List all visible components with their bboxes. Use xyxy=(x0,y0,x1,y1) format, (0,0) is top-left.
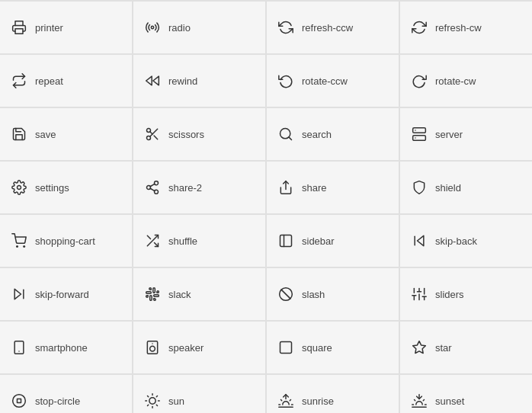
svg-marker-2 xyxy=(146,76,152,85)
rotate-ccw-label: rotate-ccw xyxy=(302,75,348,87)
radio-icon xyxy=(144,19,161,36)
printer-label: printer xyxy=(35,22,63,34)
sunset-icon xyxy=(411,392,428,409)
icon-cell-stop-circle[interactable]: stop-circle xyxy=(0,375,132,413)
refresh-ccw-icon xyxy=(277,19,294,36)
stop-circle-icon xyxy=(11,392,27,409)
svg-marker-3 xyxy=(153,76,159,85)
sliders-icon xyxy=(411,286,428,303)
icon-cell-shuffle[interactable]: shuffle xyxy=(133,215,265,267)
slack-icon xyxy=(144,286,161,303)
shopping-cart-icon xyxy=(11,232,27,249)
refresh-ccw-label: refresh-ccw xyxy=(302,22,353,34)
svg-line-66 xyxy=(290,400,290,401)
svg-line-34 xyxy=(281,290,290,299)
square-label: square xyxy=(302,342,332,354)
rotate-ccw-icon xyxy=(277,72,294,89)
repeat-label: repeat xyxy=(35,75,63,87)
icon-cell-share-2[interactable]: share-2 xyxy=(133,162,265,213)
icon-cell-rotate-cw[interactable]: rotate-cw xyxy=(400,55,532,107)
icon-cell-sunset[interactable]: sunset xyxy=(400,375,532,413)
sun-label: sun xyxy=(168,395,184,407)
sliders-label: sliders xyxy=(435,289,464,300)
svg-rect-12 xyxy=(413,136,426,141)
icon-cell-printer[interactable]: printer xyxy=(0,2,132,53)
icon-cell-sliders[interactable]: sliders xyxy=(400,268,532,320)
icon-cell-slack[interactable]: slack xyxy=(133,268,265,320)
svg-line-57 xyxy=(156,405,157,405)
search-icon xyxy=(277,126,294,142)
svg-marker-50 xyxy=(413,341,426,354)
icon-cell-speaker[interactable]: speaker xyxy=(133,322,265,373)
icon-cell-skip-back[interactable]: skip-back xyxy=(400,215,532,267)
shuffle-label: shuffle xyxy=(168,235,197,247)
svg-rect-52 xyxy=(18,399,21,403)
sunrise-icon xyxy=(277,392,294,409)
icon-cell-refresh-ccw[interactable]: refresh-ccw xyxy=(267,2,399,53)
svg-line-19 xyxy=(150,188,155,190)
svg-line-20 xyxy=(150,184,155,186)
icon-cell-smartphone[interactable]: smartphone xyxy=(0,322,132,373)
svg-point-1 xyxy=(151,26,153,28)
speaker-icon xyxy=(144,339,161,356)
icon-cell-radio[interactable]: radio xyxy=(133,2,265,53)
search-label: search xyxy=(302,129,332,140)
sunrise-label: sunrise xyxy=(302,395,334,407)
svg-point-23 xyxy=(24,246,25,248)
svg-rect-11 xyxy=(413,128,426,133)
icon-cell-repeat[interactable]: repeat xyxy=(0,55,132,107)
icon-grid: printer radio refresh-ccw refresh-cw rep… xyxy=(0,0,532,413)
icon-cell-shopping-cart[interactable]: shopping-cart xyxy=(0,215,132,267)
svg-line-8 xyxy=(150,132,152,134)
icon-cell-search[interactable]: search xyxy=(267,108,399,160)
icon-cell-sunrise[interactable]: sunrise xyxy=(267,375,399,413)
rotate-cw-icon xyxy=(411,72,428,89)
slack-label: slack xyxy=(168,289,191,300)
icon-cell-scissors[interactable]: scissors xyxy=(133,108,265,160)
slash-icon xyxy=(277,286,294,303)
refresh-cw-icon xyxy=(411,19,428,36)
settings-label: settings xyxy=(35,182,69,194)
rewind-label: rewind xyxy=(168,75,197,87)
icon-cell-rewind[interactable]: rewind xyxy=(133,55,265,107)
icon-cell-slash[interactable]: slash xyxy=(267,268,399,320)
skip-back-icon xyxy=(411,232,428,249)
printer-icon xyxy=(11,19,27,36)
icon-cell-refresh-cw[interactable]: refresh-cw xyxy=(400,2,532,53)
slash-label: slash xyxy=(302,289,325,300)
svg-line-69 xyxy=(415,400,415,401)
icon-cell-settings[interactable]: settings xyxy=(0,162,132,213)
icon-cell-skip-forward[interactable]: skip-forward xyxy=(0,268,132,320)
square-icon xyxy=(277,339,294,356)
svg-rect-44 xyxy=(14,341,24,354)
icon-cell-server[interactable]: server xyxy=(400,108,532,160)
svg-rect-49 xyxy=(280,342,292,354)
smartphone-label: smartphone xyxy=(35,342,88,354)
server-label: server xyxy=(435,129,463,140)
shield-icon xyxy=(411,179,428,196)
svg-rect-27 xyxy=(280,235,292,247)
icon-cell-square[interactable]: square xyxy=(267,322,399,373)
icon-cell-rotate-ccw[interactable]: rotate-ccw xyxy=(267,55,399,107)
svg-line-10 xyxy=(289,137,292,140)
sunset-label: sunset xyxy=(435,395,464,407)
scissors-label: scissors xyxy=(168,129,204,140)
rotate-cw-label: rotate-cw xyxy=(435,75,476,87)
icon-cell-save[interactable]: save xyxy=(0,108,132,160)
svg-marker-31 xyxy=(14,289,21,299)
scissors-icon xyxy=(144,126,161,142)
stop-circle-label: stop-circle xyxy=(35,395,80,407)
svg-point-15 xyxy=(18,186,21,190)
svg-marker-29 xyxy=(418,235,424,245)
star-icon xyxy=(411,339,428,356)
icon-cell-sidebar[interactable]: sidebar xyxy=(267,215,399,267)
icon-cell-sun[interactable]: sun xyxy=(133,375,265,413)
svg-point-47 xyxy=(150,346,155,351)
icon-cell-share[interactable]: share xyxy=(267,162,399,213)
icon-cell-star[interactable]: star xyxy=(400,322,532,373)
svg-rect-0 xyxy=(15,29,23,34)
svg-line-61 xyxy=(156,396,157,397)
icon-cell-shield[interactable]: shield xyxy=(400,162,532,213)
share-icon xyxy=(277,179,294,196)
speaker-label: speaker xyxy=(168,342,204,354)
